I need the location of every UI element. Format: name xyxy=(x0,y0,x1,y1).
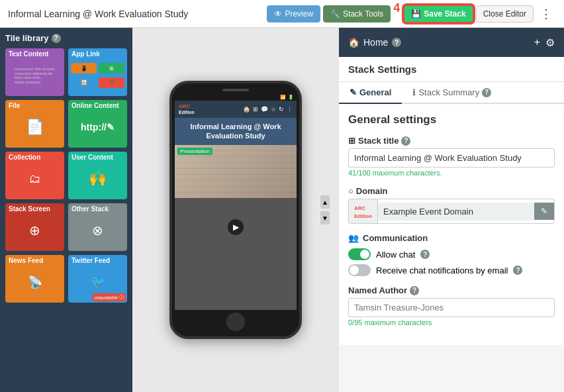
phone-grid-icon: ⊞ xyxy=(253,106,258,113)
tile-file-label: File xyxy=(5,100,64,111)
top-bar-actions: 👁 Preview 🔧 Stack Tools 4 💾 Save Stack C… xyxy=(267,4,556,24)
tile-user-content-label: User Content xyxy=(68,152,127,163)
tile-user-content[interactable]: User Content 🙌 xyxy=(68,152,127,199)
right-panel-body: Stack Settings ✎ General ℹ Stack Summary… xyxy=(339,57,564,392)
tile-other-stack[interactable]: Other Stack ⊗ xyxy=(68,203,127,251)
save-stack-button[interactable]: 💾 Save Stack xyxy=(404,5,473,23)
home-help-icon[interactable]: ? xyxy=(392,38,401,47)
named-author-input[interactable] xyxy=(348,298,555,317)
communication-section: 👥 Communication Allow chat ? xyxy=(348,233,555,276)
scroll-down-button[interactable]: ▼ xyxy=(320,211,330,224)
annotation-4: 4 xyxy=(393,1,400,15)
tab-stack-summary[interactable]: ℹ Stack Summary ? xyxy=(402,82,502,104)
stack-icon: ⊞ xyxy=(348,136,355,146)
close-editor-button[interactable]: Close Editor xyxy=(476,5,534,23)
phone-speaker xyxy=(222,89,249,91)
tile-collection-label: Collection xyxy=(5,152,64,163)
receive-notifications-toggle[interactable] xyxy=(348,264,371,276)
tab-general[interactable]: ✎ General xyxy=(339,82,402,104)
domain-input[interactable] xyxy=(378,203,534,220)
stack-title-section: ⊞ Stack title ? 41/100 maximum character… xyxy=(348,136,555,177)
tile-library-header: Tile library ? xyxy=(5,33,127,43)
phone-screen: 📶 🔋 ARCEdition 🏠 ⊞ 💬 ☆ ↻ ⋮ xyxy=(175,94,297,310)
right-settings-panel: 🏠 Home ? + ⚙ Stack Settings ✎ General xyxy=(339,28,564,392)
stack-title-char-count: 41/100 maximum characters. xyxy=(348,169,555,177)
scroll-up-button[interactable]: ▲ xyxy=(320,195,330,209)
wrench-icon: 🔧 xyxy=(330,9,340,19)
domain-label: ○ Domain xyxy=(348,186,555,196)
preview-button[interactable]: 👁 Preview xyxy=(267,5,320,23)
more-options-button[interactable]: ⋮ xyxy=(536,4,556,24)
notifications-help-icon[interactable]: ? xyxy=(513,266,522,275)
allow-chat-help-icon[interactable]: ? xyxy=(420,250,430,259)
stack-title-label: ⊞ Stack title ? xyxy=(348,136,555,146)
general-settings-title: General settings xyxy=(348,113,555,126)
phone-refresh-icon: ↻ xyxy=(279,106,284,113)
info-icon: ℹ xyxy=(412,87,416,97)
presentation-label: Presentation xyxy=(177,148,212,155)
phone-home-icon: 🏠 xyxy=(243,106,250,113)
tile-text-content-label: Text Content xyxy=(5,48,64,60)
tile-app-link[interactable]: App Link 📱 ⊞ 🪟 🎵 xyxy=(68,48,127,96)
phone-frame: 📶 🔋 ARCEdition 🏠 ⊞ 💬 ☆ ↻ ⋮ xyxy=(169,81,302,339)
tile-online-content[interactable]: Online Content http://✎ xyxy=(68,100,127,148)
phone-app-bar-icons: 🏠 ⊞ 💬 ☆ ↻ ⋮ xyxy=(243,106,293,113)
named-author-help-icon[interactable]: ? xyxy=(410,286,419,295)
home-icon: 🏠 xyxy=(348,37,359,48)
phone-content-header: Informal Learning @ Work Evaluation Stud… xyxy=(175,118,297,145)
phone-preview-area: 📶 🔋 ARCEdition 🏠 ⊞ 💬 ☆ ↻ ⋮ xyxy=(132,28,339,392)
tile-twitter-feed[interactable]: Twitter Feed 🐦 unavailable ⓘ xyxy=(68,255,127,303)
tile-stack-screen[interactable]: Stack Screen ⊕ xyxy=(5,203,64,251)
tile-app-link-label: App Link xyxy=(68,48,127,60)
stack-settings-header: Stack Settings xyxy=(339,57,564,82)
tile-news-feed-label: News Feed xyxy=(5,255,64,266)
save-icon: 💾 xyxy=(411,9,421,19)
stack-title-help-icon[interactable]: ? xyxy=(401,136,410,146)
preview-icon: 👁 xyxy=(274,9,282,19)
right-panel-title: 🏠 Home ? xyxy=(348,37,401,48)
phone-scroll-arrows: ▲ ▼ xyxy=(320,195,330,224)
tile-collection[interactable]: Collection 🗂 xyxy=(5,152,64,199)
domain-row: ARCEdition ✎ xyxy=(348,199,555,224)
stack-title-input[interactable] xyxy=(348,148,555,168)
tile-news-feed[interactable]: News Feed 📡 xyxy=(5,255,64,303)
main-layout: Tile library ? Text Content Lorem ipsum … xyxy=(0,28,564,392)
circle-icon: ○ xyxy=(348,186,353,196)
allow-chat-toggle[interactable] xyxy=(348,248,371,260)
phone-app-logo: ARCEdition xyxy=(179,103,195,115)
phone-more-icon: ⋮ xyxy=(287,106,293,113)
stack-tools-button[interactable]: 🔧 Stack Tools xyxy=(323,5,391,23)
tile-online-content-label: Online Content xyxy=(68,100,127,111)
phone-app-bar: ARCEdition 🏠 ⊞ 💬 ☆ ↻ ⋮ xyxy=(175,101,297,118)
named-author-label: Named Author ? xyxy=(348,285,555,295)
phone-home-button[interactable] xyxy=(226,313,245,331)
phone-star-icon: ☆ xyxy=(271,106,276,113)
edit-icon: ✎ xyxy=(350,87,357,97)
named-author-char-count: 0/95 maximum characters xyxy=(348,318,555,326)
people-icon: 👥 xyxy=(348,233,359,243)
tile-text-content[interactable]: Text Content Lorem ipsum dolor sit amet,… xyxy=(5,48,64,96)
domain-edit-button[interactable]: ✎ xyxy=(534,203,554,220)
add-button[interactable]: + xyxy=(534,36,540,48)
page-title: Informal Learning @ Work Evaluation Stud… xyxy=(8,9,188,19)
tile-grid: Text Content Lorem ipsum dolor sit amet,… xyxy=(5,48,127,303)
twitter-unavailable-badge: unavailable ⓘ xyxy=(93,293,126,301)
tile-twitter-feed-label: Twitter Feed xyxy=(68,255,127,266)
tile-stack-screen-label: Stack Screen xyxy=(5,203,64,215)
tile-file[interactable]: File 📄 xyxy=(5,100,64,148)
phone-content-body: Presentation ▶ xyxy=(175,145,297,310)
tile-other-stack-label: Other Stack xyxy=(68,203,127,215)
settings-tabs: ✎ General ℹ Stack Summary ? xyxy=(339,82,564,104)
communication-label: 👥 Communication xyxy=(348,233,555,243)
stack-summary-help-icon[interactable]: ? xyxy=(482,88,491,97)
play-button-icon[interactable]: ▶ xyxy=(228,219,244,235)
top-bar: Informal Learning @ Work Evaluation Stud… xyxy=(0,0,564,28)
domain-app-icon: ARCEdition xyxy=(349,199,378,223)
toggle-knob-2 xyxy=(350,266,359,275)
toggle-knob xyxy=(360,250,369,259)
tile-library-help-icon[interactable]: ? xyxy=(52,34,61,43)
tile-library-panel: Tile library ? Text Content Lorem ipsum … xyxy=(0,28,132,392)
right-panel-actions: + ⚙ xyxy=(534,36,555,49)
right-panel-header: 🏠 Home ? + ⚙ xyxy=(339,28,564,57)
settings-button[interactable]: ⚙ xyxy=(545,36,555,49)
